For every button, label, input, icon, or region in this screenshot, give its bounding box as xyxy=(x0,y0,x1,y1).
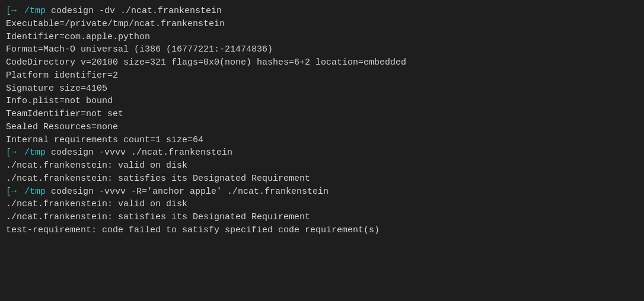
cmd-text: codesign -vvvv -R='anchor apple' ./ncat.… xyxy=(46,185,329,198)
terminal-line: Internal requirements count=1 size=64 xyxy=(6,134,638,147)
terminal-line: Identifier=com.apple.python xyxy=(6,31,638,44)
output-text: test-requirement: code failed to satisfy… xyxy=(6,224,380,237)
terminal-line: Format=Mach-O universal (i386 (16777221:… xyxy=(6,43,638,56)
prompt-dir: /tmp xyxy=(19,146,46,159)
terminal-line: TeamIdentifier=not set xyxy=(6,108,638,121)
output-text: Sealed Resources=none xyxy=(6,121,118,134)
terminal-line: CodeDirectory v=20100 size=321 flags=0x0… xyxy=(6,56,638,69)
terminal-line: ./ncat.frankenstein: valid on disk xyxy=(6,159,638,172)
terminal: [→ /tmp codesign -dv ./ncat.frankenstein… xyxy=(0,0,644,301)
output-text: ./ncat.frankenstein: valid on disk xyxy=(6,159,187,172)
terminal-line: [→ /tmp codesign -vvvv -R='anchor apple'… xyxy=(6,185,638,198)
output-text: Format=Mach-O universal (i386 (16777221:… xyxy=(6,43,273,56)
terminal-line: ./ncat.frankenstein: valid on disk xyxy=(6,198,638,211)
prompt-arrow: [→ xyxy=(6,5,17,18)
output-text: Info.plist=not bound xyxy=(6,95,113,108)
prompt-arrow: [→ xyxy=(6,185,17,198)
terminal-line: ./ncat.frankenstein: satisfies its Desig… xyxy=(6,172,638,185)
output-text: ./ncat.frankenstein: satisfies its Desig… xyxy=(6,211,310,224)
output-text: ./ncat.frankenstein: satisfies its Desig… xyxy=(6,172,310,185)
terminal-line: [→ /tmp codesign -vvvv ./ncat.frankenste… xyxy=(6,146,638,159)
output-text: CodeDirectory v=20100 size=321 flags=0x0… xyxy=(6,56,406,69)
prompt-dir: /tmp xyxy=(19,5,46,18)
terminal-line: Info.plist=not bound xyxy=(6,95,638,108)
prompt-arrow: [→ xyxy=(6,146,17,159)
output-text: Internal requirements count=1 size=64 xyxy=(6,134,203,147)
terminal-line: [→ /tmp codesign -dv ./ncat.frankenstein xyxy=(6,5,638,18)
terminal-line: Signature size=4105 xyxy=(6,82,638,95)
output-text: Signature size=4105 xyxy=(6,82,107,95)
cmd-text: codesign -vvvv ./ncat.frankenstein xyxy=(46,146,232,159)
terminal-line: Executable=/private/tmp/ncat.frankenstei… xyxy=(6,18,638,31)
terminal-line: test-requirement: code failed to satisfy… xyxy=(6,224,638,237)
output-text: Executable=/private/tmp/ncat.frankenstei… xyxy=(6,18,225,31)
output-text: Identifier=com.apple.python xyxy=(6,31,150,44)
output-text: ./ncat.frankenstein: valid on disk xyxy=(6,198,187,211)
terminal-line: ./ncat.frankenstein: satisfies its Desig… xyxy=(6,211,638,224)
output-text: Platform identifier=2 xyxy=(6,69,118,82)
prompt-dir: /tmp xyxy=(19,185,46,198)
terminal-line: Platform identifier=2 xyxy=(6,69,638,82)
output-text: TeamIdentifier=not set xyxy=(6,108,123,121)
terminal-line: Sealed Resources=none xyxy=(6,121,638,134)
cmd-text: codesign -dv ./ncat.frankenstein xyxy=(46,5,222,18)
